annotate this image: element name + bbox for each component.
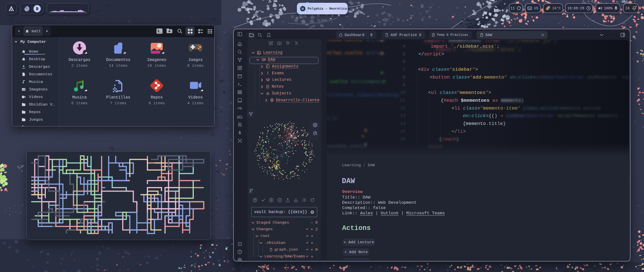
svg-text:$_: $_ [157,30,161,33]
